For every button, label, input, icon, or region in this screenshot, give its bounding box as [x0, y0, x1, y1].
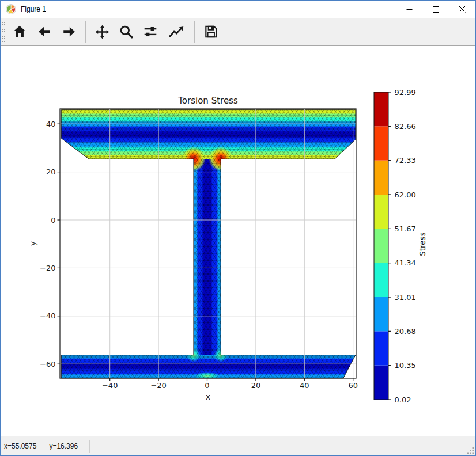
y-tick-labels: 40 20 0 −20 −40 −60 [40, 120, 55, 368]
svg-text:40: 40 [300, 381, 309, 390]
home-icon [12, 24, 27, 39]
svg-text:−40: −40 [40, 311, 55, 320]
plot-title: Torsion Stress [177, 96, 238, 106]
statusbar: x=55.0575 y=16.396 [1, 436, 475, 455]
colorbar-segment [374, 297, 388, 331]
svg-text:40: 40 [46, 120, 56, 128]
maximize-icon [433, 6, 439, 13]
svg-text:−40: −40 [102, 381, 118, 390]
edit-parameters-button[interactable] [164, 20, 190, 44]
svg-text:20.68: 20.68 [395, 327, 416, 336]
close-button[interactable] [449, 1, 475, 18]
configure-subplots-button[interactable] [139, 20, 162, 44]
line-chart-icon [168, 24, 186, 39]
toolbar-grip[interactable] [2, 20, 5, 43]
svg-text:20: 20 [46, 168, 56, 176]
back-button[interactable] [33, 20, 56, 44]
forward-button[interactable] [58, 20, 81, 44]
x-tick-labels: −40 −20 0 20 40 60 [102, 381, 358, 390]
figure-canvas[interactable]: −40 −20 0 20 40 60 40 20 0 −20 −40 −60 T… [1, 46, 475, 436]
colorbar-segment [374, 331, 388, 365]
toolbar-separator [194, 21, 195, 43]
magnifier-icon [119, 24, 134, 39]
colorbar-segment [374, 366, 388, 400]
colorbar-label: Stress [418, 232, 427, 256]
pan-icon [95, 24, 110, 40]
colorbar-segment [374, 126, 388, 160]
svg-text:−20: −20 [150, 381, 166, 390]
navigation-toolbar [1, 18, 475, 46]
back-arrow-icon [37, 24, 52, 39]
svg-text:72.33: 72.33 [395, 156, 416, 165]
svg-text:0: 0 [51, 216, 55, 225]
colorbar-segment [374, 263, 388, 297]
colorbar-segment [374, 229, 388, 263]
torsion-stress-plot: −40 −20 0 20 40 60 40 20 0 −20 −40 −60 T… [1, 46, 475, 436]
pan-button[interactable] [90, 20, 114, 44]
svg-text:31.01: 31.01 [395, 293, 416, 302]
svg-text:−60: −60 [40, 360, 55, 368]
svg-text:62.00: 62.00 [395, 191, 416, 199]
zoom-to-rect-button[interactable] [115, 20, 138, 44]
colorbar-tick-labels: 0.02 10.35 20.68 31.01 41.34 51.67 62.00… [395, 88, 416, 404]
cursor-x-readout: x=55.0575 [4, 442, 36, 450]
colorbar: 0.02 10.35 20.68 31.01 41.34 51.67 62.00… [374, 88, 427, 404]
svg-text:0.02: 0.02 [395, 396, 411, 404]
close-icon [459, 6, 466, 13]
sliders-icon [143, 24, 158, 39]
maximize-button[interactable] [422, 1, 449, 18]
svg-text:60: 60 [348, 381, 358, 390]
svg-text:82.66: 82.66 [395, 122, 416, 131]
forward-arrow-icon [62, 24, 77, 39]
svg-text:10.35: 10.35 [395, 361, 416, 370]
statusbar-separator [89, 440, 90, 453]
matplotlib-logo-icon [6, 4, 16, 14]
svg-text:41.34: 41.34 [395, 259, 416, 267]
svg-text:−20: −20 [40, 264, 55, 272]
svg-text:92.99: 92.99 [395, 88, 416, 97]
colorbar-segment [374, 92, 388, 126]
colorbar-ticks [388, 92, 391, 400]
minimize-icon [406, 6, 413, 13]
colorbar-segment [374, 161, 388, 195]
minimize-button[interactable] [396, 1, 422, 18]
y-axis-label: y [28, 241, 37, 246]
toolbar-separator [85, 21, 86, 43]
window-title: Figure 1 [21, 5, 46, 13]
svg-text:0: 0 [205, 381, 209, 390]
titlebar[interactable]: Figure 1 [1, 1, 475, 18]
figure-window: Figure 1 [0, 0, 476, 456]
x-axis-label: x [206, 392, 210, 401]
home-button[interactable] [8, 20, 31, 44]
resize-grip[interactable] [467, 447, 474, 454]
save-button[interactable] [199, 20, 222, 44]
svg-text:51.67: 51.67 [395, 225, 416, 233]
save-floppy-icon [203, 24, 218, 39]
cursor-y-readout: y=16.396 [49, 442, 78, 450]
svg-text:20: 20 [251, 381, 261, 390]
colorbar-segment [374, 195, 388, 229]
